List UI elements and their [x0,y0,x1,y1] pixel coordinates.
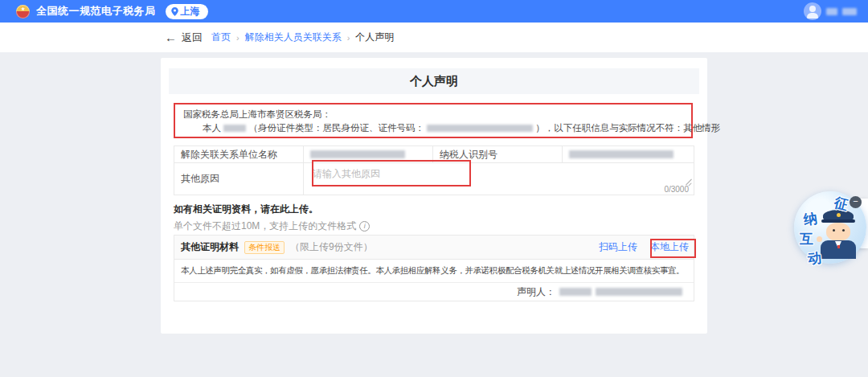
breadcrumb-separator: › [347,33,350,43]
other-reason-textarea[interactable]: 请输入其他原因 0/3000 [304,163,694,195]
masked-declarant-name [223,125,246,132]
masked-declaration-date [596,288,682,296]
masked-id-number [427,125,533,132]
declaration-salutation: 国家税务总局上海市奉贤区税务局： [183,109,683,121]
declaration-form-table: 解除关联关系单位名称 纳税人识别号 其他原因 请输入其他原因 0/3000 [174,145,694,195]
declarant-row: 声明人： [174,283,694,301]
textarea-resize-handle[interactable] [685,178,692,186]
masked-taxpayer-id [569,150,674,158]
unit-name-label: 解除关联关系单位名称 [174,146,304,162]
local-upload-button[interactable]: 本地上传 [650,240,689,254]
declaration-text-box: 国家税务总局上海市奉贤区税务局： 本人 （身份证件类型：居民身份证、证件号码： … [174,103,693,138]
table-row: 其他原因 请输入其他原因 0/3000 [174,163,694,195]
breadcrumb-bar: ← 返回 首页 › 解除相关人员关联关系 › 个人声明 [0,23,868,52]
conditional-badge: 条件报送 [244,241,285,254]
location-switcher[interactable]: 上海 [166,4,208,19]
masked-declarant-signature [559,288,592,296]
breadcrumb-home[interactable]: 首页 [211,31,231,44]
upload-limit-note: （限上传9份文件） [290,240,373,254]
breadcrumb-current: 个人声明 [355,31,394,44]
app-header: 全国统一规范电子税务局 上海 [0,0,868,23]
breadcrumb-separator: › [236,33,240,43]
masked-username [826,8,837,15]
back-arrow-icon: ← [165,31,177,43]
other-reason-label: 其他原因 [174,163,304,195]
truth-statement: 本人上述声明完全真实，如有虚假，愿承担法律责任。本人承担相应解释义务，并承诺积极… [174,260,694,283]
upload-note-title: 如有相关证明资料，请在此上传。 [174,203,318,216]
other-reason-placeholder: 请输入其他原因 [313,167,380,181]
taxpayer-id-label: 纳税人识别号 [433,146,563,162]
breadcrumb: 首页 › 解除相关人员关联关系 › 个人声明 [211,23,394,52]
taxpayer-id-value [563,146,694,162]
tax-bureau-emblem-icon [16,5,30,18]
masked-username-2 [842,8,857,15]
back-label: 返回 [182,31,203,45]
upload-box: 其他证明材料 条件报送 （限上传9份文件） 扫码上传 本地上传 本人上述声明完全… [174,235,694,301]
location-label: 上海 [181,5,200,18]
char-counter: 0/3000 [664,185,689,194]
upload-material-row: 其他证明材料 条件报送 （限上传9份文件） 扫码上传 本地上传 [174,236,694,260]
page-title: 个人声明 [169,68,699,94]
location-pin-icon [171,7,178,16]
scan-upload-button[interactable]: 扫码上传 [599,240,637,254]
masked-unit-name [310,150,405,158]
info-icon[interactable]: i [359,221,370,232]
back-button[interactable]: ← 返回 [165,23,203,52]
declaration-body: 本人 （身份证件类型：居民身份证、证件号码： ），以下任职信息与实际情况不符：其… [183,122,683,134]
assistant-minimize-button[interactable]: − [850,196,862,208]
unit-name-value [304,146,433,162]
user-avatar[interactable] [804,2,821,20]
table-row: 解除关联关系单位名称 纳税人识别号 [174,146,694,163]
material-label: 其他证明材料 [181,240,239,254]
upload-note-sub: 单个文件不超过10M，支持上传的文件格式 i [174,219,370,233]
declarant-label: 声明人： [517,285,555,299]
breadcrumb-parent[interactable]: 解除相关人员关联关系 [245,31,342,44]
app-title: 全国统一规范电子税务局 [36,4,156,18]
declaration-card: 个人声明 国家税务总局上海市奉贤区税务局： 本人 （身份证件类型：居民身份证、证… [161,58,707,334]
